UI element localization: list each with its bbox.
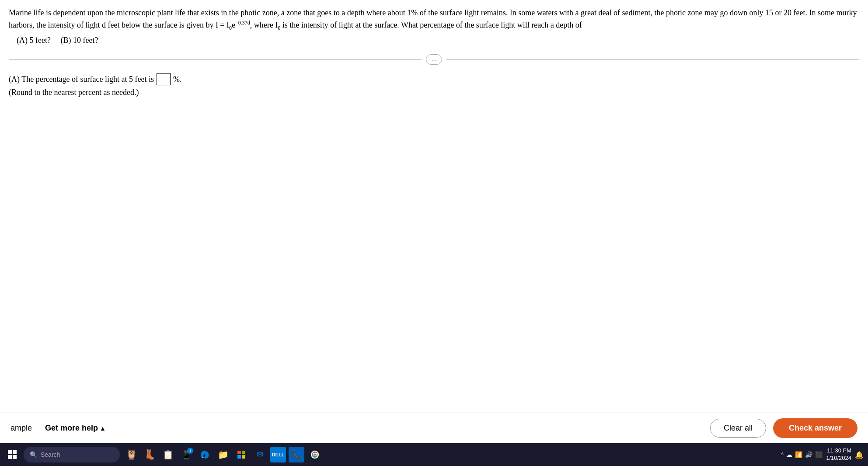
time-display: 11:30 PM [826,447,851,455]
taskbar-app-icons: 🦉 👢 📋 📱 1 📁 ✉ DELL 📞 [123,447,777,462]
taskbar-clock[interactable]: 11:30 PM 1/10/2024 [826,447,851,462]
get-more-help-button[interactable]: Get more help ▲ [45,424,106,433]
taskbar-app-dell[interactable]: DELL [270,447,286,462]
wifi-icon[interactable]: 📶 [795,451,802,459]
answer-note: (Round to the nearest percent as needed.… [9,86,859,99]
sample-link[interactable]: ample [10,424,32,433]
taskbar: 🔍 Search 🦉 👢 📋 📱 1 📁 ✉ DE [0,443,868,466]
taskbar-app-phone-link[interactable]: 📱 1 [178,447,194,462]
date-display: 1/10/2024 [826,455,851,462]
taskbar-app-file-explorer[interactable]: 📁 [215,447,231,462]
search-label: Search [41,451,60,458]
windows-logo-icon [8,450,17,459]
taskbar-right: ^ ☁ 📶 🔊 ⬛ 11:30 PM 1/10/2024 🔔 [781,447,864,462]
answer-prefix-a: (A) The percentage of surface light at 5… [9,73,154,86]
svg-rect-3 [242,455,245,459]
chrome-icon [310,450,320,459]
cloud-icon[interactable]: ☁ [786,451,792,459]
taskbar-app-owl[interactable]: 🦉 [123,447,139,462]
divider-line-left [9,59,422,60]
svg-rect-0 [237,451,241,454]
taskbar-app-chrome[interactable] [307,447,323,462]
get-more-help-label: Get more help [45,424,98,433]
taskbar-app-boot[interactable]: 👢 [142,447,157,462]
dell-icon: DELL [270,447,286,462]
question-parts: (A) 5 feet? (B) 10 feet? [9,35,859,46]
bottom-left: ample Get more help ▲ [10,424,710,433]
edge-icon [200,450,209,459]
taskbar-app-windows-store[interactable] [234,447,249,462]
search-icon: 🔍 [30,451,37,459]
phone-icon: 📞 [289,447,304,462]
chevron-up-icon: ▲ [100,425,106,432]
windows-store-icon [237,450,246,459]
battery-icon[interactable]: ⬛ [815,451,823,459]
svg-rect-1 [242,451,245,454]
bottom-right: Clear all Check answer [710,418,858,438]
taskbar-sys-icons: ^ ☁ 📶 🔊 ⬛ [781,451,823,459]
taskbar-app-task[interactable]: 📋 [160,447,176,462]
bottom-bar: ample Get more help ▲ Clear all Check an… [0,413,868,443]
divider: ... [9,54,859,65]
taskbar-search[interactable]: 🔍 Search [24,447,120,462]
notification-icon[interactable]: 🔔 [855,451,864,459]
main-content: Marine life is dependent upon the micros… [0,0,868,413]
answer-suffix-a: %. [173,73,182,86]
taskbar-app-phone[interactable]: 📞 [289,447,304,462]
question-paragraph: Marine life is dependent upon the micros… [9,7,859,32]
clear-all-button[interactable]: Clear all [710,419,766,438]
divider-line-right [446,59,859,60]
windows-start-button[interactable] [4,447,20,462]
answer-line-a: (A) The percentage of surface light at 5… [9,73,859,86]
svg-point-6 [314,454,316,456]
volume-icon[interactable]: 🔊 [805,451,812,459]
divider-dots: ... [426,54,442,65]
answer-section: (A) The percentage of surface light at 5… [9,73,859,99]
svg-rect-2 [237,455,241,459]
answer-input-box-a[interactable] [157,73,171,85]
chevron-up-tray-icon[interactable]: ^ [781,451,784,458]
taskbar-app-edge[interactable] [197,447,213,462]
notification-badge: 1 [187,448,193,454]
taskbar-app-mail[interactable]: ✉ [252,447,268,462]
check-answer-button[interactable]: Check answer [773,418,858,438]
